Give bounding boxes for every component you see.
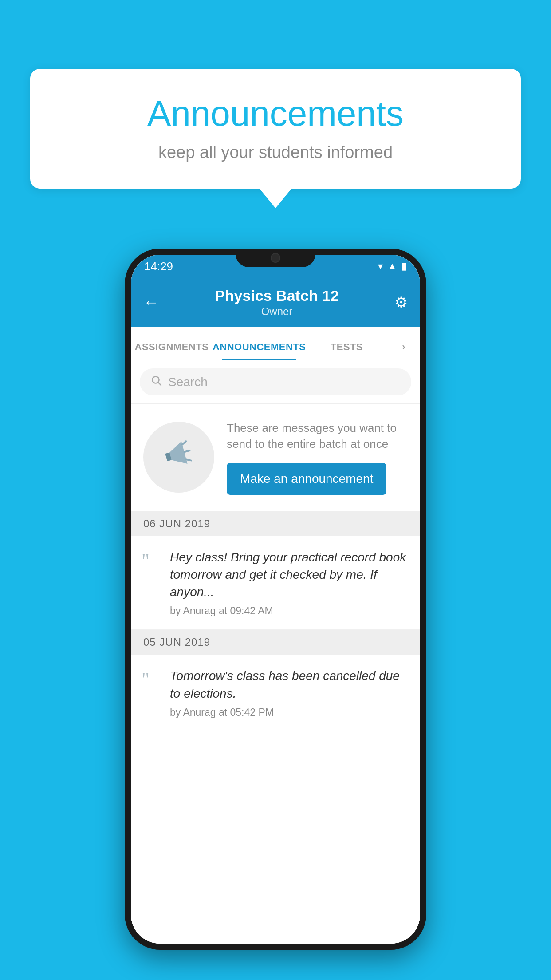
wifi-icon: ▾ xyxy=(378,261,383,272)
bubble-arrow xyxy=(260,189,291,208)
status-time: 14:29 xyxy=(144,260,173,273)
announcement-meta-1: by Anurag at 09:42 AM xyxy=(170,605,409,617)
bubble-subtitle: keep all your students informed xyxy=(57,143,494,162)
svg-line-1 xyxy=(158,383,161,385)
search-icon xyxy=(150,375,162,389)
search-container: Search xyxy=(131,360,420,404)
empty-state: These are messages you want to send to t… xyxy=(131,404,420,511)
announcement-content-1: Hey class! Bring your practical record b… xyxy=(170,549,409,617)
tab-assignments[interactable]: ASSIGNMENTS xyxy=(131,341,213,360)
camera xyxy=(271,253,280,263)
empty-icon-circle xyxy=(143,422,214,493)
tab-more[interactable]: › xyxy=(387,341,420,360)
signal-icon: ▲ xyxy=(387,261,397,272)
announcement-text-1: Hey class! Bring your practical record b… xyxy=(170,549,409,601)
app-bar-title-group: Physics Batch 12 Owner xyxy=(215,287,339,318)
content-area: Search xyxy=(131,360,420,944)
date-separator-1: 06 JUN 2019 xyxy=(131,511,420,536)
app-bar-title: Physics Batch 12 xyxy=(215,287,339,304)
back-button[interactable]: ← xyxy=(143,293,159,312)
phone-body: 14:29 ▾ ▲ ▮ ← Physics Batch 12 Owner ⚙ xyxy=(125,249,426,950)
speech-bubble-card: Announcements keep all your students inf… xyxy=(30,69,521,189)
date-separator-2: 05 JUN 2019 xyxy=(131,630,420,655)
make-announcement-button[interactable]: Make an announcement xyxy=(227,463,386,495)
announcement-content-2: Tomorrow's class has been cancelled due … xyxy=(170,667,409,718)
tab-tests[interactable]: TESTS xyxy=(306,341,388,360)
search-input-wrapper[interactable]: Search xyxy=(140,368,411,395)
announcement-item-2[interactable]: " Tomorrow's class has been cancelled du… xyxy=(131,655,420,731)
empty-state-content: These are messages you want to send to t… xyxy=(227,420,408,495)
megaphone-icon xyxy=(156,432,201,482)
announcement-meta-2: by Anurag at 05:42 PM xyxy=(170,707,409,719)
settings-icon[interactable]: ⚙ xyxy=(394,293,408,311)
app-bar: ← Physics Batch 12 Owner ⚙ xyxy=(131,278,420,327)
phone-screen: 14:29 ▾ ▲ ▮ ← Physics Batch 12 Owner ⚙ xyxy=(131,255,420,944)
svg-line-3 xyxy=(184,451,189,452)
phone-notch xyxy=(236,249,315,267)
empty-state-description: These are messages you want to send to t… xyxy=(227,420,408,452)
status-icons: ▾ ▲ ▮ xyxy=(378,261,407,272)
speech-bubble-section: Announcements keep all your students inf… xyxy=(30,69,521,208)
phone-mockup: 14:29 ▾ ▲ ▮ ← Physics Batch 12 Owner ⚙ xyxy=(125,249,426,950)
quote-icon-1: " xyxy=(142,549,159,571)
svg-line-4 xyxy=(186,458,191,462)
quote-icon-2: " xyxy=(142,667,159,689)
bubble-title: Announcements xyxy=(57,93,494,134)
svg-line-2 xyxy=(182,441,187,444)
tab-announcements[interactable]: ANNOUNCEMENTS xyxy=(213,341,306,360)
announcement-item-1[interactable]: " Hey class! Bring your practical record… xyxy=(131,536,420,630)
announcement-text-2: Tomorrow's class has been cancelled due … xyxy=(170,667,409,702)
battery-icon: ▮ xyxy=(401,261,407,272)
tabs-bar: ASSIGNMENTS ANNOUNCEMENTS TESTS › xyxy=(131,327,420,360)
app-bar-subtitle: Owner xyxy=(215,305,339,318)
search-placeholder: Search xyxy=(168,375,208,389)
